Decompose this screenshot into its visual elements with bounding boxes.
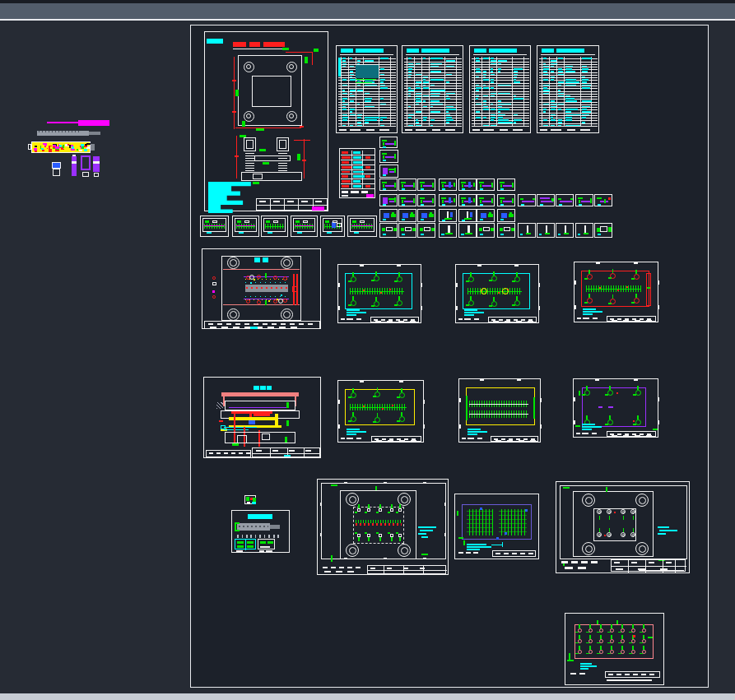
table-cell-text bbox=[565, 114, 581, 116]
detail-die-plate[interactable] bbox=[574, 262, 658, 322]
detail-thumb-panel[interactable] bbox=[518, 194, 536, 206]
detail-guide-parts[interactable] bbox=[454, 494, 539, 559]
detail-thumb-panel[interactable] bbox=[537, 194, 555, 206]
table-cell-text bbox=[483, 79, 490, 81]
detail-thumb-panel[interactable] bbox=[556, 194, 574, 206]
detail-thumb-panel[interactable] bbox=[477, 194, 495, 206]
strip-detail-panel[interactable] bbox=[291, 216, 318, 237]
lower-die-plate-sheet[interactable] bbox=[317, 479, 449, 575]
detail-thumb-panel[interactable] bbox=[379, 150, 398, 163]
graphic bbox=[226, 323, 231, 326]
circle-icon bbox=[598, 534, 601, 536]
strip-detail-panel[interactable] bbox=[261, 216, 288, 237]
detail-thumb-panel[interactable] bbox=[594, 223, 612, 238]
detail-upper-plate[interactable] bbox=[337, 264, 421, 323]
detail-thumb-panel[interactable] bbox=[417, 178, 435, 191]
parts-list-table-3[interactable] bbox=[469, 45, 531, 133]
detail-thumb-panel[interactable] bbox=[458, 209, 477, 222]
sheet-assembly-drawing[interactable] bbox=[204, 31, 328, 211]
table-cell-text bbox=[350, 93, 353, 95]
die-section-view[interactable] bbox=[203, 377, 321, 458]
detail-stripper-plate[interactable] bbox=[455, 264, 539, 323]
detail-backing-plate[interactable] bbox=[573, 378, 658, 438]
detail-thumb-panel[interactable] bbox=[497, 209, 515, 222]
detail-thumb-panel[interactable] bbox=[537, 223, 555, 238]
table-cell-text bbox=[543, 90, 550, 91]
strip-detail-panel[interactable] bbox=[200, 216, 229, 237]
loose-part-bar[interactable] bbox=[78, 120, 109, 126]
graphic bbox=[599, 287, 601, 289]
table-cell-text bbox=[582, 68, 588, 70]
graphic bbox=[401, 228, 404, 231]
graphic bbox=[348, 304, 351, 306]
detail-thumb-panel[interactable] bbox=[575, 194, 593, 206]
detail-thumb-panel[interactable] bbox=[379, 165, 398, 178]
detail-thumb-panel[interactable] bbox=[594, 194, 612, 206]
detail-punch-plate[interactable] bbox=[337, 380, 424, 443]
loose-part[interactable] bbox=[81, 155, 91, 177]
hole-grid-plate-sheet[interactable] bbox=[565, 613, 664, 685]
table-cell-text bbox=[558, 68, 562, 70]
branch-cluster bbox=[499, 509, 527, 535]
detail-thumb-panel[interactable] bbox=[458, 223, 477, 238]
detail-thumb-panel[interactable] bbox=[379, 194, 398, 206]
graphic bbox=[574, 397, 575, 401]
parts-list-table-2[interactable] bbox=[402, 45, 463, 133]
detail-thumb-panel[interactable] bbox=[518, 223, 536, 238]
detail-thumb-panel[interactable] bbox=[398, 194, 416, 206]
detail-thumb-panel[interactable] bbox=[497, 194, 515, 206]
graphic bbox=[67, 144, 69, 146]
detail-thumb-panel[interactable] bbox=[477, 178, 495, 191]
graphic bbox=[265, 273, 267, 278]
graphic bbox=[608, 277, 612, 279]
strip-detail-panel[interactable] bbox=[320, 216, 345, 237]
detail-punch-array[interactable] bbox=[458, 378, 541, 443]
graphic bbox=[320, 533, 322, 536]
loose-part[interactable] bbox=[72, 155, 77, 178]
detail-thumb-panel[interactable] bbox=[439, 223, 457, 238]
graphic bbox=[421, 306, 422, 310]
drawing-canvas[interactable] bbox=[190, 25, 709, 688]
strip-detail-panel[interactable] bbox=[232, 216, 259, 237]
strip-layout-sheet[interactable] bbox=[231, 510, 290, 553]
die-assembly-plan[interactable] bbox=[202, 248, 321, 329]
detail-thumb-panel[interactable] bbox=[477, 223, 495, 238]
detail-thumb-panel[interactable] bbox=[417, 209, 435, 222]
mini-part-icon[interactable] bbox=[244, 495, 256, 504]
upper-die-plate-sheet[interactable] bbox=[556, 481, 690, 573]
graphic bbox=[631, 278, 635, 280]
detail-thumb-panel[interactable] bbox=[379, 209, 398, 222]
detail-thumb-panel[interactable] bbox=[379, 178, 398, 191]
detail-thumb-panel[interactable] bbox=[398, 209, 416, 222]
detail-thumb-panel[interactable] bbox=[439, 209, 457, 222]
detail-thumb-panel[interactable] bbox=[379, 223, 398, 238]
detail-thumb-panel[interactable] bbox=[417, 194, 435, 206]
detail-thumb-panel[interactable] bbox=[439, 194, 457, 206]
loose-part[interactable] bbox=[52, 162, 61, 176]
detail-thumb-panel[interactable] bbox=[417, 223, 435, 238]
graphic bbox=[597, 653, 600, 655]
detail-thumb-panel[interactable] bbox=[477, 209, 495, 222]
parts-list-table-1[interactable] bbox=[336, 45, 398, 133]
graphic bbox=[81, 146, 82, 149]
detail-thumb-panel[interactable] bbox=[556, 223, 574, 238]
detail-thumb-panel[interactable] bbox=[398, 178, 416, 191]
detail-thumb-panel[interactable] bbox=[379, 137, 398, 148]
detail-thumb-panel[interactable] bbox=[439, 178, 457, 191]
loose-part[interactable] bbox=[93, 156, 100, 177]
detail-thumb-panel[interactable] bbox=[575, 223, 593, 238]
table-cell-text bbox=[514, 122, 516, 123]
graphic bbox=[640, 433, 644, 435]
graphic bbox=[421, 213, 427, 218]
spec-table[interactable] bbox=[339, 148, 375, 198]
parts-list-table-4[interactable] bbox=[537, 45, 599, 133]
strip-detail-panel[interactable] bbox=[347, 216, 377, 237]
detail-thumb-panel[interactable] bbox=[497, 178, 515, 191]
loose-part-color-strip[interactable] bbox=[31, 141, 91, 153]
detail-thumb-panel[interactable] bbox=[458, 194, 477, 206]
graphic bbox=[472, 96, 529, 97]
detail-thumb-panel[interactable] bbox=[398, 223, 416, 238]
detail-thumb-panel[interactable] bbox=[458, 178, 477, 191]
detail-thumb-panel[interactable] bbox=[497, 223, 515, 238]
loose-part-ruler[interactable] bbox=[37, 131, 89, 136]
